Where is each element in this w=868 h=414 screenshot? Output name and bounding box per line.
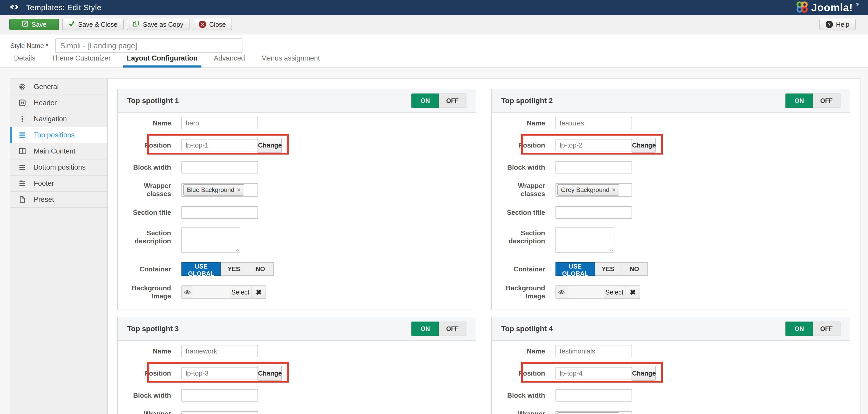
wrapper-classes-label: Wrapper classes [492, 410, 545, 414]
container-use-global-button[interactable]: USE GLOBAL [181, 262, 221, 276]
toggle-off-button[interactable]: OFF [439, 322, 466, 336]
page-title: Templates: Edit Style [26, 3, 101, 12]
wrapper-classes-row: Wrapper classes Grey Background × [492, 182, 850, 198]
toggle-off-button[interactable]: OFF [439, 93, 466, 108]
tab-details[interactable]: Details [10, 54, 39, 67]
clear-image-button[interactable]: ✖ [626, 286, 640, 299]
joomla-wordmark: Joomla! [811, 2, 853, 13]
block-width-input[interactable] [181, 389, 258, 402]
form-header-band: Style Name * Details Theme Customizer La… [0, 35, 868, 67]
tab-menus-assignment[interactable]: Menus assignment [257, 54, 324, 67]
clear-image-button[interactable]: ✖ [251, 286, 266, 299]
toggle-on-button[interactable]: ON [411, 93, 439, 108]
block-width-row: Block width [492, 389, 850, 402]
select-image-button[interactable]: Select [229, 286, 252, 299]
style-name-label: Style Name * [10, 42, 48, 50]
chip-remove-icon[interactable]: × [237, 186, 241, 194]
select-image-button[interactable]: Select [603, 286, 626, 299]
resize-handle-icon[interactable] [609, 248, 613, 252]
preview-eye-icon[interactable] [181, 286, 193, 299]
container-no-button[interactable]: NO [621, 262, 648, 276]
change-position-button[interactable]: Change [631, 366, 656, 381]
enabled-toggle: ON OFF [411, 322, 466, 336]
container-button-group: USE GLOBAL YES NO [181, 262, 274, 276]
container-yes-button[interactable]: YES [221, 262, 247, 276]
enabled-toggle: ON OFF [411, 93, 466, 108]
joomla-logo: Joomla! ® [796, 0, 859, 15]
tab-theme-customizer[interactable]: Theme Customizer [48, 54, 115, 67]
change-position-button[interactable]: Change [257, 138, 282, 153]
position-input[interactable] [181, 367, 258, 380]
container-label: Container [118, 265, 171, 273]
section-description-label: Section description [492, 229, 545, 245]
resize-handle-icon[interactable] [235, 248, 239, 252]
sidebar-item-preset[interactable]: Preset [10, 192, 107, 208]
section-title-input[interactable] [556, 206, 632, 219]
name-label: Name [118, 347, 171, 355]
media-field: Select ✖ [181, 286, 266, 299]
background-image-row: Background Image Select ✖ [118, 284, 476, 300]
container-row: Container USE GLOBAL YES NO [118, 262, 476, 276]
name-row: Name [492, 345, 850, 357]
help-button[interactable]: ? Help [819, 19, 856, 30]
wrapper-classes-multiselect[interactable]: Blue Background × [181, 183, 258, 197]
name-input[interactable] [556, 345, 632, 357]
wrapper-classes-multiselect[interactable]: × Select some options [181, 411, 258, 414]
spotlight-panel: Top spotlight 2 ON OFF Name Position Cha… [491, 89, 850, 310]
wrapper-class-chip: Blue Background × [183, 184, 244, 196]
sidebar-item-header[interactable]: Header [10, 95, 107, 111]
block-width-row: Block width [118, 389, 476, 402]
block-width-input[interactable] [181, 161, 258, 174]
sidebar-item-top-positions[interactable]: Top positions [10, 127, 107, 143]
save-button[interactable]: Save [9, 19, 59, 30]
wrapper-classes-multiselect[interactable]: Grey Background × [556, 183, 632, 197]
section-description-textarea[interactable] [181, 227, 240, 253]
name-input[interactable] [181, 117, 258, 129]
name-input[interactable] [556, 117, 632, 129]
toggle-on-button[interactable]: ON [785, 93, 813, 108]
block-width-input[interactable] [556, 161, 632, 174]
toggle-off-button[interactable]: OFF [813, 322, 840, 336]
vertical-dots-icon [18, 115, 27, 123]
position-input[interactable] [556, 367, 632, 380]
block-width-row: Block width [118, 161, 476, 174]
toggle-on-button[interactable]: ON [411, 322, 439, 336]
block-width-label: Block width [118, 391, 171, 400]
name-input[interactable] [181, 345, 258, 357]
sidebar-item-general[interactable]: General [10, 79, 107, 95]
file-icon [18, 196, 27, 203]
section-title-input[interactable] [181, 206, 258, 219]
save-and-close-button[interactable]: Save & Close [62, 19, 124, 30]
copy-icon [133, 20, 140, 29]
media-path-input[interactable] [567, 286, 603, 299]
container-yes-button[interactable]: YES [595, 262, 621, 276]
style-name-input[interactable] [55, 38, 242, 53]
block-width-input[interactable] [556, 389, 632, 402]
position-input[interactable] [556, 139, 632, 151]
section-description-row: Section description [118, 227, 476, 254]
change-position-button[interactable]: Change [257, 366, 282, 381]
name-label: Name [492, 347, 545, 355]
tab-advanced[interactable]: Advanced [210, 54, 249, 67]
position-input[interactable] [181, 139, 258, 151]
container-use-global-button[interactable]: USE GLOBAL [556, 262, 595, 276]
sidebar-item-main-content[interactable]: Main Content [10, 143, 107, 159]
section-description-textarea[interactable] [556, 227, 614, 253]
container-no-button[interactable]: NO [247, 262, 274, 276]
sidebar-item-navigation[interactable]: Navigation [10, 111, 107, 127]
close-button[interactable]: ✕ Close [193, 19, 232, 30]
media-path-input[interactable] [193, 286, 229, 299]
chip-remove-icon[interactable]: × [612, 186, 616, 194]
toggle-on-button[interactable]: ON [785, 322, 813, 336]
preview-eye-icon[interactable] [556, 286, 567, 299]
tab-layout-configuration[interactable]: Layout Configuration [123, 54, 202, 67]
change-position-button[interactable]: Change [631, 138, 656, 153]
sidebar-item-footer[interactable]: Footer [10, 176, 107, 192]
wrapper-classes-label: Wrapper classes [492, 182, 545, 198]
sidebar-item-bottom-positions[interactable]: Bottom positions [10, 159, 107, 176]
top-navbar: Templates: Edit Style Joomla! ® [0, 0, 868, 15]
toggle-off-button[interactable]: OFF [813, 93, 840, 108]
section-title-row: Section title [118, 206, 476, 219]
save-as-copy-button[interactable]: Save as Copy [127, 19, 189, 30]
wrapper-classes-multiselect[interactable]: Grey Background × [556, 411, 632, 414]
